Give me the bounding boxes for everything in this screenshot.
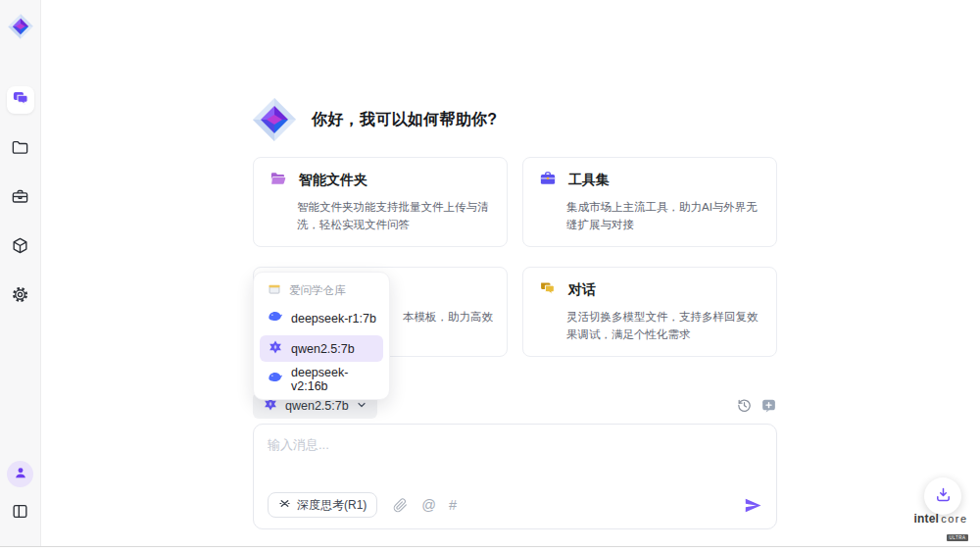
deep-think-icon [278,497,291,513]
history-icon[interactable] [735,396,753,414]
mention-icon[interactable]: @ [421,498,436,513]
sidebar [0,0,41,546]
briefcase-icon [11,187,29,210]
send-button[interactable] [744,496,762,515]
composer-toolbar: 深度思考(R1) @ # [268,492,762,518]
app-logo-icon[interactable] [7,13,34,40]
composer: 深度思考(R1) @ # [253,424,777,529]
composer-icons: @ # [391,496,457,514]
model-dropdown: 爱问学仓库 deepseek-r1:7b qwen2.5:7b [253,272,390,400]
message-input[interactable] [268,436,758,485]
briefcase-indigo-icon [539,170,557,191]
sidebar-item-user[interactable] [7,461,33,487]
card-conversation[interactable]: 对话 灵活切换多模型文件，支持多样回复效果调试，满足个性化需求 [522,267,777,357]
download-fab[interactable] [924,477,961,515]
greeting: 你好，我可以如何帮助你? [251,96,497,143]
card-desc: 灵活切换多模型文件，支持多样回复效果调试，满足个性化需求 [539,308,762,344]
card-desc: 智能文件夹功能支持批量文件上传与清洗，轻松实现文件问答 [270,198,493,234]
panel-toggle-icon [11,502,29,525]
chat-icon [12,89,29,111]
model-selector-label: qwen2.5:7b [285,399,349,413]
model-option-label: deepseek-v2:16b [291,366,383,393]
window-bottom-border [0,546,980,547]
model-option-label: deepseek-r1:7b [291,312,376,326]
card-title: 工具集 [568,172,610,189]
chat-gold-icon [539,279,557,301]
greeting-logo-icon [251,96,298,143]
deepseek-whale-icon [268,370,283,388]
sidebar-item-panel-toggle[interactable] [7,499,34,527]
deep-think-label: 深度思考(R1) [297,497,367,514]
sidebar-item-folders[interactable] [7,135,34,163]
user-icon [13,465,28,484]
intel-ultra-badge: ULTRA [947,534,969,541]
intel-product-text: core [941,513,967,525]
deepseek-whale-icon [268,309,283,327]
conversation-actions [735,396,777,414]
model-option-deepseek-v2[interactable]: deepseek-v2:16b [260,366,383,392]
model-dropdown-header-label: 爱问学仓库 [289,283,346,298]
model-dropdown-header: 爱问学仓库 [260,279,383,301]
sidebar-item-toolbox[interactable] [7,184,34,212]
model-option-deepseek-r1[interactable]: deepseek-r1:7b [260,305,383,331]
deep-think-toggle[interactable]: 深度思考(R1) [268,492,377,518]
attachment-icon[interactable] [391,496,409,514]
sidebar-item-chat[interactable] [7,86,34,114]
gear-icon [11,285,29,308]
new-chat-icon[interactable] [760,396,777,414]
model-option-label: qwen2.5:7b [291,342,355,356]
greeting-title: 你好，我可以如何帮助你? [312,110,497,130]
intel-core-badge: intel core ULTRA [910,512,971,543]
card-desc: 集成市场上主流工具，助力AI与外界无缝扩展与对接 [539,198,762,234]
folder-purple-icon [270,170,287,191]
card-title: 对话 [568,281,596,299]
qwen-star-icon [268,339,283,358]
sidebar-item-models[interactable] [7,233,34,261]
repository-icon [268,282,281,298]
card-toolset[interactable]: 工具集 集成市场上主流工具，助力AI与外界无缝扩展与对接 [522,157,777,247]
folder-icon [11,138,29,161]
card-smart-folder[interactable]: 智能文件夹 智能文件夹功能支持批量文件上传与清洗，轻松实现文件问答 [253,157,508,247]
card-title: 智能文件夹 [299,172,368,189]
intel-brand-text: intel [913,512,939,526]
cube-icon [11,236,29,259]
sidebar-item-settings[interactable] [7,282,34,310]
model-option-qwen[interactable]: qwen2.5:7b [260,335,383,362]
download-icon [934,485,953,508]
hash-icon[interactable]: # [449,498,457,513]
app-screen: 你好，我可以如何帮助你? 智能文件夹 智能文件夹功能支持批量文件上传与清洗，轻松… [0,0,980,552]
